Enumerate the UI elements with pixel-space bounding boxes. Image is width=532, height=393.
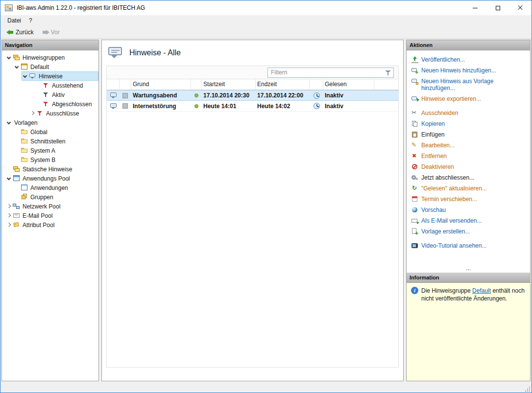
- menu-datei[interactable]: Datei: [3, 16, 25, 25]
- chevron-right-icon[interactable]: [6, 203, 13, 210]
- hinweis-icon: [110, 103, 118, 110]
- filter-funnel-icon[interactable]: [384, 69, 392, 77]
- minimize-button[interactable]: [464, 0, 486, 15]
- table-row[interactable]: Wartungsabend 17.10.2014 20:30 17.10.201…: [107, 90, 398, 101]
- column-header-gelesen[interactable]: Gelesen: [323, 79, 374, 90]
- mail-send-icon: [411, 217, 418, 224]
- action-jetzt-abschliessen[interactable]: Jetzt abschliessen...: [407, 172, 530, 183]
- tree-item-attribut-pool[interactable]: Attribut Pool: [2, 220, 98, 230]
- note-template-icon: [411, 78, 418, 85]
- video-icon: [411, 242, 418, 249]
- column-header-status: [191, 79, 202, 90]
- information-text: Die Hinweisgruppe Default enthält noch n…: [421, 287, 526, 302]
- column-header-startzeit[interactable]: Startzeit: [202, 79, 256, 90]
- title-bar[interactable]: IBI-aws Admin 1.22.0 - registriert für I…: [0, 0, 532, 15]
- information-box: Die Hinweisgruppe Default enthält noch n…: [407, 283, 530, 381]
- close-button[interactable]: [509, 0, 532, 15]
- action-hinweis-aus-vorlage[interactable]: Neuen Hinweis aus Vorlage hinzufügen...: [407, 76, 530, 93]
- tree-item-anwendungs-pool[interactable]: Anwendungs Pool: [2, 174, 98, 183]
- column-header-endzeit[interactable]: Endzeit: [256, 79, 310, 90]
- content-header: Hinweise - Alle: [102, 40, 403, 66]
- chevron-right-icon[interactable]: [6, 212, 13, 220]
- tree-item-default[interactable]: Default: [2, 62, 98, 71]
- refresh-icon: [411, 185, 418, 192]
- filter-box: [267, 68, 394, 78]
- action-veroeffentlichen[interactable]: Veröffentlichen...: [407, 54, 530, 65]
- tree-item-vorlagen[interactable]: Vorlagen: [2, 118, 98, 127]
- status-bar: [0, 386, 532, 393]
- cell-endzeit: Heute 14:02: [256, 103, 310, 110]
- action-kopieren[interactable]: Kopieren: [407, 118, 530, 129]
- hinweis-icon: [110, 92, 118, 99]
- chevron-down-icon[interactable]: [6, 175, 13, 183]
- default-link[interactable]: Default: [472, 287, 491, 294]
- filter-input[interactable]: [268, 69, 393, 77]
- chevron-right-icon[interactable]: [6, 221, 13, 229]
- tree-item-hinweisgruppen[interactable]: Hinweisgruppen: [2, 53, 98, 62]
- action-bearbeiten[interactable]: Bearbeiten...: [407, 140, 530, 151]
- paste-icon: [411, 131, 418, 138]
- finish-icon: [411, 174, 418, 181]
- tree-item-gruppen[interactable]: Gruppen: [2, 192, 98, 202]
- maximize-button[interactable]: [486, 0, 509, 15]
- chevron-down-icon[interactable]: [22, 72, 29, 80]
- tree-item-email-pool[interactable]: E-Mail Pool: [2, 211, 98, 220]
- action-gelesen-aktualisieren[interactable]: "Gelesen" aktualisieren...: [407, 183, 530, 194]
- note-export-icon: [411, 95, 418, 102]
- minimize-icon: [473, 8, 478, 8]
- funnel-red-icon: [42, 100, 50, 108]
- tree-item-schnittstellen[interactable]: Schnittstellen: [2, 137, 98, 146]
- navigation-tree: Hinweisgruppen Default Hinweise Ausstehe…: [2, 50, 98, 381]
- column-header-grund[interactable]: Grund: [131, 79, 191, 90]
- resize-grip-icon[interactable]: [525, 387, 530, 392]
- action-vorschau[interactable]: Vorschau: [407, 205, 530, 215]
- folder-icon: [21, 138, 28, 145]
- close-icon: [518, 5, 523, 10]
- action-als-email-versenden[interactable]: Als E-Mail versenden...: [407, 215, 530, 226]
- copy-icon: [411, 120, 418, 127]
- action-termin-verschieben[interactable]: Termin verschieben...: [407, 194, 530, 205]
- action-deaktivieren[interactable]: Deaktivieren: [407, 162, 530, 172]
- tree-item-system-a[interactable]: System A: [2, 146, 98, 155]
- tree-item-abgeschlossen[interactable]: Abgeschlossen: [2, 99, 98, 109]
- tree-item-netzwerk-pool[interactable]: Netzwerk Pool: [2, 202, 98, 211]
- tree-item-statische-hinweise[interactable]: Statische Hinweise: [2, 164, 98, 174]
- table-header: Grund Startzeit Endzeit Gelesen: [107, 79, 398, 90]
- funnel-red-icon: [36, 110, 44, 117]
- column-header-select: [120, 79, 131, 90]
- action-neuer-hinweis[interactable]: Neuen Hinweis hinzufügen...: [407, 65, 530, 76]
- action-vorlage-erstellen[interactable]: Vorlage erstellen...: [407, 226, 530, 237]
- actions-overflow[interactable]: ...: [407, 265, 530, 273]
- tree-item-system-b[interactable]: System B: [2, 155, 98, 164]
- scissors-icon: [411, 110, 418, 116]
- action-einfuegen[interactable]: Einfügen: [407, 129, 530, 140]
- chevron-down-icon[interactable]: [14, 63, 21, 71]
- notices-table: Grund Startzeit Endzeit Gelesen Wartungs…: [106, 66, 399, 368]
- preview-icon: [411, 207, 418, 213]
- table-row[interactable]: Internetstörung Heute 14:01 Heute 14:02 …: [107, 101, 398, 112]
- action-hinweise-exportieren[interactable]: Hinweise exportieren...: [407, 93, 530, 104]
- chevron-down-icon[interactable]: [6, 54, 13, 62]
- tree-item-ausstehend[interactable]: Ausstehend: [2, 81, 98, 90]
- tree-item-anwendungen[interactable]: Anwendungen: [2, 183, 98, 192]
- back-button[interactable]: Zurück: [3, 28, 37, 37]
- action-video-tutorial[interactable]: Video-Tutorial ansehen...: [407, 240, 530, 251]
- actions-header: Aktionen: [407, 40, 530, 50]
- tree-item-global[interactable]: Global: [2, 127, 98, 137]
- action-entfernen[interactable]: Entfernen: [407, 151, 530, 162]
- chevron-down-icon[interactable]: [6, 119, 13, 127]
- funnel-dark-icon: [42, 91, 50, 98]
- menu-help[interactable]: ?: [25, 16, 36, 25]
- column-header-gelesen-icon: [310, 79, 323, 90]
- navigation-panel: Navigation Hinweisgruppen Default Hinwei…: [1, 40, 99, 381]
- tree-item-aktiv[interactable]: Aktiv: [2, 90, 98, 99]
- forward-button[interactable]: Vor: [39, 28, 63, 37]
- action-ausschneiden[interactable]: Ausschneiden: [407, 108, 530, 118]
- tree-item-hinweise[interactable]: Hinweise: [2, 71, 98, 81]
- chevron-right-icon[interactable]: [29, 110, 36, 117]
- tree-item-ausschluesse[interactable]: Ausschlüsse: [2, 109, 98, 118]
- window-controls: [464, 0, 532, 15]
- page-title: Hinweise - Alle: [129, 48, 181, 57]
- app-icon: [5, 4, 13, 11]
- folder-icon: [21, 128, 28, 136]
